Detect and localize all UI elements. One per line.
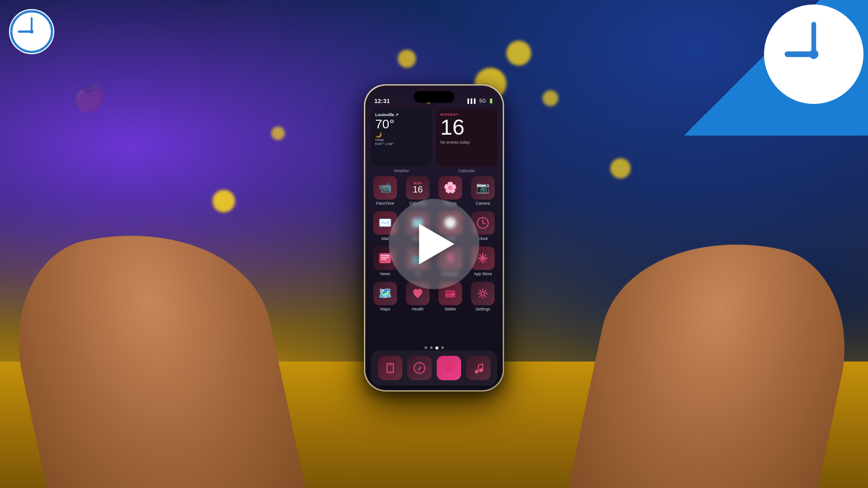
svg-point-37 [479,368,483,372]
app-maps2[interactable]: 🗺️ Maps [372,282,399,311]
page-dot-4[interactable] [441,346,444,349]
bokeh-8 [271,127,285,140]
network-type: 5G [479,98,486,103]
status-icons: ▌▌▌ 5G 🔋 [467,98,494,103]
bokeh-3 [398,50,416,68]
svg-point-28 [389,371,391,372]
settings-label: Settings [476,307,491,311]
weather-condition: Clear [375,138,428,142]
weather-label: Weather [371,169,432,173]
calendar-app-inner: MON 16 [406,176,429,199]
weather-highlow: H:87° L:63° [375,142,428,146]
widgets-row: Louisville ↗ 70° 🌙 Clear H:87° L:63° MON… [371,108,497,167]
svg-rect-12 [379,253,391,263]
dock-messages[interactable] [437,356,461,380]
dock-phone[interactable] [378,356,402,380]
appstore-label: App Store [474,272,492,276]
maps2-label: Maps [380,307,390,311]
battery-icon: 🔋 [488,99,494,103]
mail-label: Mail [382,236,389,241]
maps2-icon[interactable]: 🗺️ [373,282,397,305]
page-dots [365,346,503,349]
calendar-app-icon[interactable]: MON 16 [406,176,429,199]
calendar-widget[interactable]: MONDAY 16 No events today [436,108,497,167]
bokeh-1 [212,190,235,212]
page-dot-1[interactable] [425,346,427,349]
status-time: 12:31 [374,98,390,104]
play-triangle [419,224,454,264]
signal-bars: ▌▌▌ [467,99,477,103]
facetime-symbol: 📹 [378,181,392,194]
widget-labels: Weather Calendar [371,169,497,173]
news-label: News [380,272,391,276]
dock-music[interactable] [466,356,491,380]
camera-label: Camera [476,201,490,206]
svg-point-4 [30,30,33,33]
calendar-label: Calendar [436,169,497,173]
maps2-symbol: 🗺️ [378,287,392,300]
calendar-no-events: No events today [440,140,493,145]
mail-symbol: ✉️ [378,216,392,229]
bokeh-7 [610,158,631,178]
svg-point-36 [475,370,478,373]
svg-point-27 [481,291,485,295]
apple-logo: 🍎 [72,81,106,113]
page-dot-2[interactable] [430,346,433,349]
svg-point-34 [444,363,454,371]
weather-city: Louisville ↗ [375,113,428,117]
page-dot-3[interactable] [435,346,439,349]
facetime-label: FaceTime [376,201,394,206]
app-facetime[interactable]: 📹 FaceTime [372,176,399,206]
camera-icon[interactable]: 📷 [471,176,495,199]
facetime-icon[interactable]: 📹 [373,176,397,199]
app-settings[interactable]: Settings [469,282,496,311]
bokeh-5 [542,90,558,106]
dock [371,350,497,385]
calendar-date: 16 [440,117,493,138]
clock-icon-small[interactable] [9,9,54,54]
svg-rect-26 [452,293,454,295]
location-arrow: ↗ [395,113,399,117]
svg-point-8 [809,50,819,59]
dock-safari[interactable] [407,356,432,380]
cal-app-date: 16 [413,185,423,194]
photos-icon[interactable]: 🌸 [439,176,462,199]
clock-icon-large[interactable] [764,5,863,104]
photos-symbol: 🌸 [443,181,457,194]
svg-line-40 [478,364,483,365]
play-button[interactable] [389,199,479,289]
svg-marker-33 [416,366,422,371]
dynamic-island [414,91,454,103]
health-label: Health [412,307,424,311]
app-camera[interactable]: 📷 Camera [469,176,496,206]
clock2-label: Clock [478,236,488,241]
weather-widget[interactable]: Louisville ↗ 70° 🌙 Clear H:87° L:63° [371,108,432,167]
weather-temperature: 70° [375,118,428,131]
settings-icon[interactable] [471,282,495,305]
bokeh-4 [506,41,531,66]
wallet-label: Wallet [445,307,456,311]
svg-line-11 [483,223,485,224]
camera-symbol: 📷 [476,181,490,194]
